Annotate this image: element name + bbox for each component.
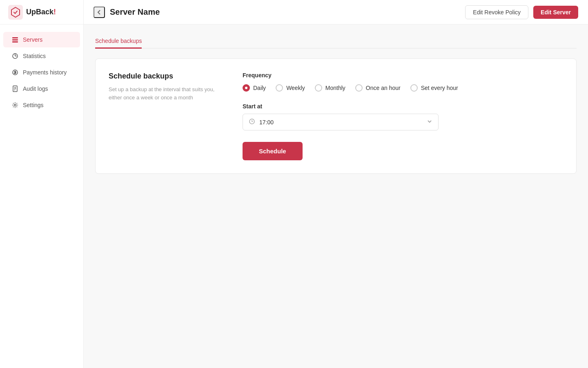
sidebar-item-audit-label: Audit logs xyxy=(23,85,48,92)
sidebar-item-payments[interactable]: Payments history xyxy=(3,65,80,80)
sidebar-item-servers-label: Servers xyxy=(23,36,42,43)
servers-icon xyxy=(11,36,19,43)
logo-text: UpBack! xyxy=(26,8,56,16)
svg-rect-3 xyxy=(12,41,18,43)
radio-monthly[interactable]: Monthly xyxy=(315,84,345,92)
start-at-label: Start at xyxy=(243,103,563,110)
payments-icon xyxy=(11,69,19,76)
time-select-dropdown[interactable]: 17:00 xyxy=(243,114,439,130)
schedule-card: Schedule backups Set up a backup at the … xyxy=(95,58,577,174)
sidebar-item-statistics[interactable]: Statistics xyxy=(3,48,80,64)
radio-label-once-hour: Once an hour xyxy=(366,85,401,91)
frequency-label: Frequency xyxy=(243,72,563,79)
edit-server-button[interactable]: Edit Server xyxy=(533,6,578,19)
header: Server Name Edit Revoke Policy Edit Serv… xyxy=(84,0,588,25)
tabs-bar: Schedule backups xyxy=(95,34,577,49)
sidebar-item-statistics-label: Statistics xyxy=(23,53,46,59)
radio-label-monthly: Monthly xyxy=(325,85,345,91)
time-value: 17:00 xyxy=(259,119,427,126)
radio-circle-daily xyxy=(243,84,250,92)
sidebar-item-servers[interactable]: Servers xyxy=(3,32,80,47)
nav-menu: Servers Statistics Payments history Audi… xyxy=(0,25,83,368)
radio-circle-weekly xyxy=(276,84,283,92)
clock-icon xyxy=(249,118,255,126)
radio-label-set-hour: Set every hour xyxy=(421,85,458,91)
sidebar-item-payments-label: Payments history xyxy=(23,69,67,76)
radio-once-hour[interactable]: Once an hour xyxy=(355,84,401,92)
radio-set-hour[interactable]: Set every hour xyxy=(410,84,458,92)
schedule-button[interactable]: Schedule xyxy=(243,142,303,160)
card-description: Schedule backups Set up a backup at the … xyxy=(109,72,223,160)
sidebar-item-settings[interactable]: Settings xyxy=(3,97,80,113)
svg-rect-1 xyxy=(12,37,18,38)
audit-icon xyxy=(11,85,19,92)
statistics-icon xyxy=(11,52,19,60)
logo-icon xyxy=(8,5,23,20)
settings-icon xyxy=(11,101,19,109)
logo: UpBack! xyxy=(0,0,83,25)
edit-revoke-button[interactable]: Edit Revoke Policy xyxy=(465,5,528,19)
sidebar: UpBack! Servers Statistics Payments hist… xyxy=(0,0,84,368)
sidebar-item-settings-label: Settings xyxy=(23,102,44,108)
card-title: Schedule backups xyxy=(109,72,223,81)
radio-circle-monthly xyxy=(315,84,322,92)
radio-circle-set-hour xyxy=(410,84,418,92)
radio-weekly[interactable]: Weekly xyxy=(276,84,305,92)
radio-label-daily: Daily xyxy=(253,85,266,91)
tab-schedule-backups[interactable]: Schedule backups xyxy=(95,34,142,49)
svg-rect-2 xyxy=(12,39,18,40)
page-title: Server Name xyxy=(110,7,460,17)
content-area: Schedule backups Schedule backups Set up… xyxy=(84,25,588,368)
radio-label-weekly: Weekly xyxy=(286,85,305,91)
radio-daily[interactable]: Daily xyxy=(243,84,266,92)
back-button[interactable] xyxy=(94,7,105,18)
frequency-radio-group: Daily Weekly Monthly Once xyxy=(243,84,563,92)
chevron-down-icon xyxy=(427,119,432,126)
sidebar-item-audit[interactable]: Audit logs xyxy=(3,81,80,96)
main-content: Server Name Edit Revoke Policy Edit Serv… xyxy=(84,0,588,368)
radio-circle-once-hour xyxy=(355,84,363,92)
card-desc: Set up a backup at the interval that sui… xyxy=(109,85,223,101)
svg-point-7 xyxy=(14,104,16,106)
card-form: Frequency Daily Weekly Month xyxy=(243,72,563,160)
